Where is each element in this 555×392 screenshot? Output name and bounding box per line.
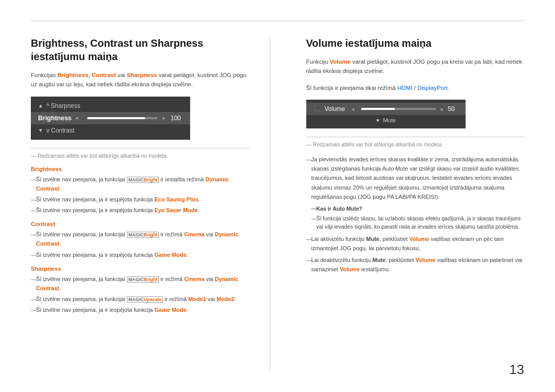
sharpness-section: Sharpness Šī izvēlne nav pieejama, ja fu… [31,266,249,315]
displayport-link: DisplayPort [417,85,448,91]
osd-volume-item: 🎧 Volume ◄ ► 50 [306,103,466,115]
brightness-section: Brightness Šī izvēlne nav pieejama, ja f… [31,166,249,215]
left-section-title: Brightness, Contrast un Sharpness iestat… [31,36,249,63]
page-container: Brightness, Contrast un Sharpness iestat… [0,0,555,392]
auto-mute-answer: Šī funkcija izslēdz skaņu, lai uzlabotu … [306,214,525,232]
volume-slider-fill [361,108,395,110]
volume-bullet-2: Lai aktivizētu funkciju Mute, pieklūstie… [306,234,525,253]
contrast-section: Contrast Šī izvēlne nav pieejama, ja fun… [31,221,249,259]
arrow-up-icon: ▲ [38,103,43,108]
intro-text3: vai [116,72,127,78]
brightness-bullet-2: Šī izvēlne nav pieejama, ja ir iespējota… [31,195,249,204]
slider-left-arrow: ◄ [74,115,79,121]
magic-bright-3: MAGICBright [127,276,159,283]
osd-brightness-item: Brightness ◄ ► 100 [31,112,190,124]
intro-contrast: Contrast [91,72,116,78]
sharpness-subtitle: Sharpness [31,266,249,272]
volume-bullets-section: Ja pievienotās ievades ierīces skanas kv… [306,155,525,274]
osd-volume-menu: 🎧 Volume ◄ ► 50 ▼ Mute [306,100,466,128]
volume-value: 50 [448,105,458,113]
osd-contrast-label: v Contrast [46,127,75,134]
mode1: Mode1 [188,296,206,302]
osd-sharpness-item: ▲ ^ Sharpness [31,100,190,112]
magic-bright-1: MAGICBright [127,177,159,183]
mute-arrow-icon: ▼ [375,118,380,123]
mode2: Mode2 [216,296,234,302]
brightness-bullet-3: Šī izvēlne nav pieejama, ja ir iespējota… [31,206,249,215]
brightness-value: 100 [171,115,183,122]
brightness-bullet-1: Šī izvēlne nav pieejama, ja funkcijai MA… [31,175,249,193]
vol-left-arrow: ◄ [350,106,356,112]
right-section-title: Volume iestatījuma maiņa [306,36,525,50]
game-mode-1: Game Mode [155,252,187,258]
left-column: Brightness, Contrast un Sharpness iestat… [31,36,270,371]
sharpness-bullet-2: Šī izvēlne nav pieejama, ja funkcijai MA… [31,294,249,304]
sharpness-bullet-3: Šī izvēlne nav pieejama, ja ir iespējota… [31,305,249,314]
sharpness-bullet-1: Šī izvēlne nav pieejama, ja funkcijai MA… [31,274,249,293]
right-intro2: Šī funkcija ir pieejama tikai režīmā HDM… [306,83,525,92]
arrow-down-icon: ▼ [38,127,43,133]
mute-ref-1: Mute [366,236,380,242]
cinema-2: Cinema [184,276,205,282]
two-column-layout: Brightness, Contrast un Sharpness iestat… [31,36,524,371]
magic-bright-2: MAGICBright [127,232,159,238]
volume-slider-track [361,108,435,110]
eco-saving-plus: Eco Saving Plus [155,196,199,202]
slider-right-arrow: ► [161,115,166,121]
volume-ref-1: Volume [409,236,429,242]
right-note: — Redzamais attēls var būt atšķirīgs atk… [306,137,525,147]
left-note: — Redzamais attēls var būt atšķirīgs atk… [31,148,249,159]
auto-mute-question: Kas ir Auto Mute? [306,204,525,213]
brightness-slider-track [87,117,157,119]
intro-brightness: Brightness [58,72,88,78]
osd-menu: ▲ ^ Sharpness Brightness ◄ ► 100 ▼ v Con… [31,97,190,140]
volume-ref-2: Volume [416,257,436,263]
intro-text1: Funkcijas [31,72,58,78]
volume-bullet-1: Ja pievienotās ievades ierīces skanas kv… [306,155,525,201]
contrast-bullet-1: Šī izvēlne nav pieejama, ja funkcijai MA… [31,230,249,248]
page-number: 13 [509,362,524,378]
contrast-bullet-2: Šī izvēlne nav pieejama, ja ir iespējota… [31,250,249,259]
cinema-1: Cinema [184,231,205,237]
brightness-label: Brightness [38,115,74,122]
hdmi-link: HDMI [397,85,412,91]
mute-label: Mute [383,117,396,123]
brightness-subtitle: Brightness [31,166,249,172]
right-intro: Funkciju Volume varat pielāgot, kustinot… [306,57,525,76]
volume-bullet-3: Lai deaktivizētu funkciju Mute, pieklūst… [306,255,525,274]
intro-sharpness: Sharpness [127,72,157,78]
intro-volume: Volume [330,59,351,65]
volume-icon: 🎧 [313,106,321,113]
eye-saver-mode: Eye Saver Mode [155,207,198,213]
mute-ref-2: Mute [373,257,386,263]
brightness-slider-fill [87,117,145,119]
volume-ref-3: Volume [340,266,360,272]
right-column: Volume iestatījuma maiņa Funkciju Volume… [301,36,525,371]
osd-contrast-item: ▼ v Contrast [31,124,190,137]
osd-mute-item: ▼ Mute [306,115,466,125]
vol-right-arrow: ► [440,106,445,112]
volume-label: Volume [325,105,350,113]
left-intro: Funkcijas Brightness, Contrast vai Sharp… [31,70,249,89]
top-divider [31,21,524,21]
osd-sharpness-label: ^ Sharpness [46,102,80,109]
magic-upscale: MAGICUpscale [127,296,163,303]
contrast-subtitle: Contrast [31,221,249,227]
game-mode-2: Game Mode [155,307,187,313]
